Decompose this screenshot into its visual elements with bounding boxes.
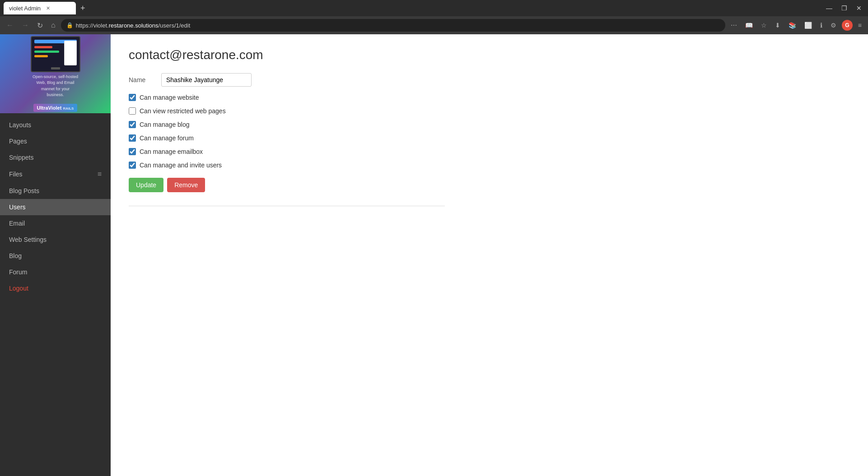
sidebar-item-snippets[interactable]: Snippets — [0, 149, 111, 166]
logo-description: Open-source, self-hostedWeb, Blog and Em… — [33, 74, 78, 98]
sidebar-item-blog[interactable]: Blog — [0, 248, 111, 264]
history-button[interactable]: 📚 — [786, 20, 799, 31]
logo-badge-container: UltraViolet RAILS — [33, 101, 78, 112]
main-content: contact@restarone.com Name Can manage we… — [111, 34, 868, 476]
can-manage-website-checkbox[interactable] — [129, 94, 136, 101]
close-button[interactable]: ✕ — [854, 5, 864, 12]
url-prefix: https://violet. — [76, 22, 109, 29]
can-manage-blog-label: Can manage blog — [140, 121, 190, 128]
menu-button[interactable]: ≡ — [855, 20, 864, 31]
user-edit-form: Name Can manage website Can view restric… — [129, 73, 445, 206]
tab-bar: violet Admin ✕ + — ❐ ✕ — [0, 0, 868, 16]
sidebar-item-label: Users — [9, 203, 26, 211]
name-row: Name — [129, 73, 445, 87]
name-input[interactable] — [161, 73, 252, 87]
reader-mode-button[interactable]: 📖 — [742, 20, 756, 31]
can-view-restricted-checkbox[interactable] — [129, 107, 136, 115]
sidebar-item-label: Pages — [9, 138, 27, 145]
sidebar-item-label: Email — [9, 220, 25, 227]
bookmark-button[interactable]: ☆ — [758, 20, 770, 31]
minimize-button[interactable]: — — [823, 5, 835, 12]
tab-close-button[interactable]: ✕ — [44, 5, 51, 12]
window-controls: — ❐ ✕ — [823, 5, 864, 12]
screenshots-button[interactable]: ⬜ — [802, 20, 815, 31]
forward-button[interactable]: → — [19, 19, 32, 31]
back-button[interactable]: ← — [4, 19, 16, 31]
sidebar-item-users[interactable]: Users — [0, 199, 111, 215]
sidebar-item-blog-posts[interactable]: Blog Posts — [0, 183, 111, 199]
sidebar-item-label: Logout — [9, 285, 28, 292]
section-divider — [129, 206, 445, 206]
can-manage-emailbox-checkbox[interactable] — [129, 148, 136, 155]
can-view-restricted-label: Can view restricted web pages — [140, 107, 226, 115]
reload-button[interactable]: ↻ — [34, 19, 46, 32]
active-tab[interactable]: violet Admin ✕ — [4, 2, 76, 14]
sidebar-item-layouts[interactable]: Layouts — [0, 117, 111, 133]
can-manage-blog-checkbox[interactable] — [129, 121, 136, 128]
sidebar-item-logout[interactable]: Logout — [0, 280, 111, 296]
sidebar-item-label: Snippets — [9, 154, 33, 161]
sidebar-item-label: Forum — [9, 268, 27, 276]
sidebar-item-files[interactable]: Files ≡ — [0, 166, 111, 183]
sidebar-nav: Layouts Pages Snippets Files ≡ Blog Post… — [0, 113, 111, 476]
info-button[interactable]: ℹ — [817, 20, 825, 31]
checkbox-row-manage-emailbox: Can manage emailbox — [129, 148, 445, 155]
can-manage-emailbox-label: Can manage emailbox — [140, 148, 203, 155]
logo-badge-text: UltraViolet — [37, 105, 62, 111]
sidebar-logo: Open-source, self-hostedWeb, Blog and Em… — [0, 34, 111, 113]
url-path: /users/1/edit — [159, 22, 191, 29]
checkbox-row-manage-website: Can manage website — [129, 94, 445, 101]
security-icon: 🔒 — [66, 22, 73, 28]
settings-button[interactable]: ⚙ — [828, 20, 839, 31]
extensions-button[interactable]: ⋯ — [728, 20, 740, 31]
sidebar-item-label: Blog Posts — [9, 187, 39, 194]
can-manage-website-label: Can manage website — [140, 94, 199, 101]
name-label: Name — [129, 76, 156, 83]
app-layout: Open-source, self-hostedWeb, Blog and Em… — [0, 34, 868, 476]
nav-bar: ← → ↻ ⌂ 🔒 https://violet.restarone.solut… — [0, 16, 868, 34]
home-button[interactable]: ⌂ — [48, 19, 58, 31]
checkbox-row-view-restricted: Can view restricted web pages — [129, 107, 445, 115]
can-manage-users-label: Can manage and invite users — [140, 162, 222, 169]
checkbox-row-manage-users: Can manage and invite users — [129, 162, 445, 169]
url-domain: restarone.solutions — [109, 22, 159, 29]
account-avatar[interactable]: G — [842, 20, 853, 31]
nav-right-controls: ⋯ 📖 ☆ ⬇ 📚 ⬜ ℹ ⚙ G ≡ — [728, 20, 864, 31]
sidebar-item-web-settings[interactable]: Web Settings — [0, 231, 111, 248]
logo-badge-sub: RAILS — [63, 106, 74, 111]
files-menu-icon: ≡ — [98, 170, 102, 178]
checkbox-row-manage-blog: Can manage blog — [129, 121, 445, 128]
sidebar-item-forum[interactable]: Forum — [0, 264, 111, 280]
can-manage-users-checkbox[interactable] — [129, 162, 136, 169]
sidebar-item-label: Blog — [9, 252, 22, 259]
new-tab-button[interactable]: + — [78, 4, 88, 13]
url-display: https://violet.restarone.solutions/users… — [76, 22, 720, 29]
can-manage-forum-checkbox[interactable] — [129, 134, 136, 142]
sidebar-item-label: Files — [9, 171, 23, 178]
sidebar-item-label: Web Settings — [9, 236, 47, 243]
page-title: contact@restarone.com — [129, 48, 850, 62]
address-bar[interactable]: 🔒 https://violet.restarone.solutions/use… — [61, 19, 725, 32]
sidebar-item-label: Layouts — [9, 121, 31, 129]
can-manage-forum-label: Can manage forum — [140, 134, 194, 142]
sidebar-item-pages[interactable]: Pages — [0, 133, 111, 149]
logo-badge: UltraViolet RAILS — [33, 104, 78, 112]
update-button[interactable]: Update — [129, 178, 163, 192]
restore-button[interactable]: ❐ — [839, 5, 850, 12]
tab-title: violet Admin — [9, 5, 41, 12]
checkbox-row-manage-forum: Can manage forum — [129, 134, 445, 142]
sidebar: Open-source, self-hostedWeb, Blog and Em… — [0, 34, 111, 476]
downloads-button[interactable]: ⬇ — [772, 20, 783, 31]
remove-button[interactable]: Remove — [167, 178, 205, 192]
sidebar-item-email[interactable]: Email — [0, 215, 111, 231]
form-actions: Update Remove — [129, 178, 445, 192]
browser-chrome: violet Admin ✕ + — ❐ ✕ ← → ↻ ⌂ 🔒 https:/… — [0, 0, 868, 34]
